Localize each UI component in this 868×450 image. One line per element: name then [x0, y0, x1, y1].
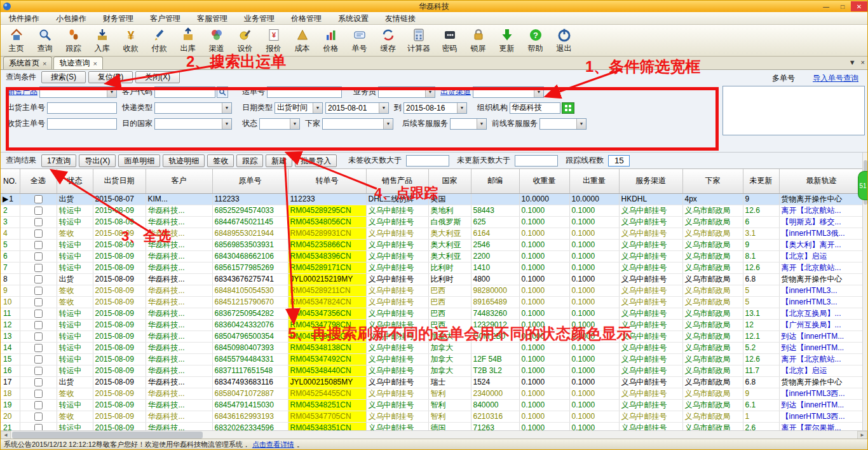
menu-item-express-ops[interactable]: 快件操作 — [1, 12, 48, 25]
menu-item-links[interactable]: 友情链接 — [377, 12, 424, 25]
chevron-down-icon[interactable]: ▼ — [222, 103, 231, 113]
export-button[interactable]: 导出(X) — [79, 154, 116, 167]
status-filter-select[interactable]: ▼ — [259, 118, 300, 130]
home-button[interactable]: 主页 — [2, 25, 31, 56]
table-row[interactable]: 8出货2015-08-09华磊科技...68343676275741JYL000… — [1, 273, 864, 285]
menu-item-finance[interactable]: 财务管理 — [95, 12, 142, 25]
header-select-all[interactable]: 全选 — [20, 169, 57, 193]
chevron-down-icon[interactable]: ▼ — [107, 87, 116, 97]
after-service-select[interactable]: ▼ — [450, 118, 487, 130]
header-downstream[interactable]: 下家 — [682, 169, 743, 193]
search-button[interactable]: 查询 — [31, 25, 59, 56]
tab-track-query[interactable]: 轨迹查询 × — [53, 57, 102, 69]
table-row[interactable]: 20签收2015-08-09华磊科技...68436162993193RM045… — [1, 411, 864, 422]
header-ship-date[interactable]: 出货日期 — [93, 169, 146, 193]
tab-close-icon[interactable]: × — [93, 60, 97, 67]
search-query-button[interactable]: 搜索(S) — [41, 71, 86, 83]
downstream-filter-select[interactable]: ▼ — [322, 118, 393, 130]
header-country[interactable]: 国家 — [428, 169, 471, 193]
table-row[interactable]: 11转运中2015-08-09华磊科技...68367250954282RM04… — [1, 308, 864, 319]
table-row[interactable]: ▶1出货2015-08-07KIM...112233112233DHL二线仿牌美… — [1, 193, 864, 205]
chevron-down-icon[interactable]: ▼ — [457, 103, 466, 113]
table-row[interactable]: 12转运中2015-08-09华磊科技...68360424332076RM04… — [1, 319, 864, 331]
date-type-select[interactable]: 出货时间▼ — [275, 102, 323, 114]
track-action-button[interactable]: 跟踪 — [236, 154, 263, 167]
notice-link[interactable]: 点击查看详情 — [252, 440, 294, 449]
outbound-button[interactable]: 出库 — [173, 25, 202, 56]
header-sale-product[interactable]: 销售产品 — [366, 169, 428, 193]
new-button[interactable]: 新建 — [266, 154, 292, 167]
sign-button[interactable]: 签收 — [207, 154, 234, 167]
waybill-number-input[interactable] — [267, 86, 342, 98]
chevron-down-icon[interactable]: ▼ — [477, 119, 486, 129]
row-select-checkbox[interactable] — [34, 287, 43, 295]
front-service-select[interactable]: ▼ — [539, 118, 587, 130]
header-no[interactable]: NO. — [1, 169, 20, 193]
sale-product-label[interactable]: 销售产品 — [7, 86, 37, 97]
date-to-picker[interactable]: 2015-08-16▼ — [403, 102, 467, 114]
cost-button[interactable]: 成本 — [288, 25, 316, 56]
chevron-down-icon[interactable]: ▼ — [576, 119, 586, 129]
customer-lookup-button[interactable] — [217, 86, 228, 98]
table-row[interactable]: 14转运中2015-08-09华磊科技...68450980407393RM04… — [1, 342, 864, 353]
table-row[interactable]: 17出货2015-08-09华磊科技...68347493683116JYL00… — [1, 376, 864, 388]
menu-item-parcel-ops[interactable]: 小包操作 — [48, 12, 95, 25]
row-select-checkbox[interactable] — [34, 344, 43, 352]
row-select-checkbox[interactable] — [34, 252, 43, 261]
set-price-button[interactable]: 设价 — [231, 25, 259, 56]
menu-item-pricing[interactable]: 价格管理 — [283, 12, 330, 25]
table-row[interactable]: 6转运中2015-08-09华磊科技...68430468662106RM045… — [1, 250, 864, 262]
destination-country-select[interactable]: ▼ — [154, 118, 232, 130]
unsigned-days-input[interactable] — [406, 155, 449, 167]
lock-screen-button[interactable]: 锁屏 — [464, 25, 492, 56]
header-latest-track[interactable]: 最新轨迹 — [779, 169, 864, 193]
chevron-down-icon[interactable]: ▼ — [313, 103, 322, 113]
row-select-checkbox[interactable] — [34, 195, 43, 203]
chevron-down-icon[interactable]: ▼ — [290, 119, 299, 129]
receive-payment-button[interactable]: ¥ 收款 — [116, 25, 145, 56]
chevron-down-icon[interactable]: ▼ — [379, 103, 388, 113]
row-select-checkbox[interactable] — [34, 355, 43, 364]
table-row[interactable]: 5转运中2015-08-09华磊科技...68569853503931RM045… — [1, 239, 864, 250]
unupdated-days-input[interactable] — [515, 155, 558, 167]
price-button[interactable]: 价格 — [316, 25, 345, 56]
row-select-checkbox[interactable] — [34, 378, 43, 386]
menu-item-system[interactable]: 系统设置 — [330, 12, 377, 25]
tab-list-dropdown-icon[interactable]: ▼ — [849, 58, 856, 66]
menu-item-service[interactable]: 客服管理 — [189, 12, 236, 25]
result-count-query-button[interactable]: 17查询 — [41, 154, 76, 167]
minimize-button[interactable]: — — [818, 1, 834, 11]
chevron-down-icon[interactable]: ▼ — [534, 87, 543, 97]
import-number-query-link[interactable]: 导入单号查询 — [813, 73, 858, 84]
header-transfer-number[interactable]: 转单号 — [288, 169, 366, 193]
table-row[interactable]: 18签收2015-08-09华磊科技...68580471072887RM045… — [1, 388, 864, 399]
organization-picker-button[interactable] — [562, 102, 574, 114]
header-original-number[interactable]: 原单号 — [212, 169, 288, 193]
header-not-updated[interactable]: 未更新 — [743, 169, 779, 193]
row-select-checkbox[interactable] — [34, 298, 43, 306]
row-select-checkbox[interactable] — [34, 229, 43, 238]
table-row[interactable]: 10签收2015-08-09华磊科技...68451215790670RM045… — [1, 296, 864, 308]
track-button[interactable]: 跟踪 — [59, 25, 88, 56]
menu-item-customer[interactable]: 客户管理 — [142, 12, 189, 25]
header-status[interactable]: 状态 — [57, 169, 93, 193]
chevron-down-icon[interactable]: ▼ — [222, 119, 231, 129]
salesman-select[interactable]: ▼ — [378, 86, 435, 98]
receive-master-number-input[interactable] — [47, 118, 117, 130]
chevron-down-icon[interactable]: ▼ — [383, 119, 393, 129]
table-row[interactable]: 16转运中2015-08-09华磊科技...68371117651548RM04… — [1, 365, 864, 376]
update-button[interactable]: 更新 — [492, 25, 521, 56]
ship-channel-select[interactable]: ▼ — [473, 86, 544, 98]
side-panel-badge[interactable]: 51 — [858, 171, 867, 200]
row-select-checkbox[interactable] — [34, 310, 43, 318]
row-select-checkbox[interactable] — [34, 367, 43, 375]
date-from-picker[interactable]: 2015-08-01▼ — [325, 102, 389, 114]
menu-item-business[interactable]: 业务管理 — [236, 12, 283, 25]
tab-close-icon[interactable]: × — [43, 60, 46, 67]
horizontal-scrollbar[interactable]: ◄ ► — [1, 430, 867, 439]
table-row[interactable]: 15转运中2015-08-09华磊科技...68455794484331RM04… — [1, 353, 864, 365]
channel-button[interactable]: 渠道 — [202, 25, 231, 56]
header-out-weight[interactable]: 出重量 — [569, 169, 619, 193]
ship-master-number-input[interactable] — [47, 102, 117, 114]
row-select-checkbox[interactable] — [34, 264, 43, 272]
